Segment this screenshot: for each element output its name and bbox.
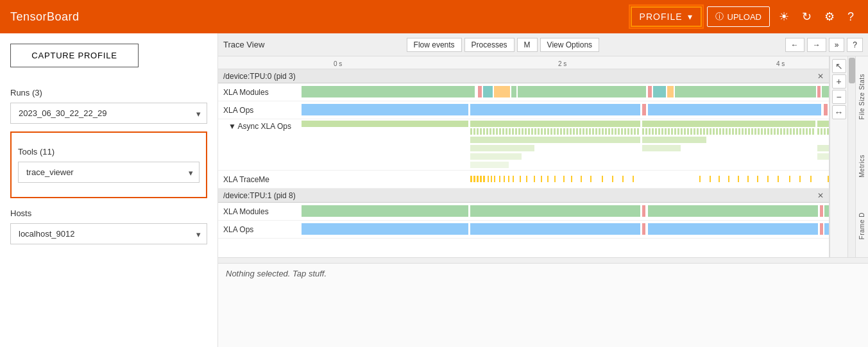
svg-rect-63 <box>602 128 604 135</box>
device2-header-label: /device:TPU:1 (pid 8) <box>223 191 296 200</box>
bottom-bar-content: Nothing selected. Tap stuff. <box>218 264 868 284</box>
vertical-scrollbar[interactable] <box>847 56 855 257</box>
svg-rect-132 <box>827 128 829 135</box>
svg-rect-50 <box>560 128 562 135</box>
svg-rect-110 <box>754 128 756 135</box>
svg-rect-192 <box>590 176 591 182</box>
svg-rect-167 <box>817 145 829 151</box>
svg-rect-37 <box>518 128 520 135</box>
settings-icon-btn[interactable]: ⚙ <box>821 6 838 28</box>
svg-rect-45 <box>544 128 546 135</box>
xla-modules-canvas-2[interactable] <box>302 203 829 220</box>
svg-rect-39 <box>525 128 527 135</box>
svg-rect-119 <box>783 128 785 135</box>
metrics-label[interactable]: Metrics <box>858 155 865 178</box>
svg-rect-195 <box>622 176 624 182</box>
brightness-icon-btn[interactable]: ☀ <box>775 6 793 28</box>
svg-rect-104 <box>735 128 737 135</box>
svg-rect-21 <box>817 121 829 127</box>
svg-rect-2 <box>483 86 493 97</box>
svg-rect-177 <box>491 176 492 182</box>
svg-rect-24 <box>477 128 479 135</box>
svg-rect-90 <box>690 128 692 135</box>
m-button[interactable]: M <box>517 38 538 52</box>
trace-header: Trace View Flow events Processes M View … <box>218 33 868 56</box>
svg-rect-129 <box>817 128 819 135</box>
svg-rect-227 <box>470 223 640 235</box>
ruler-mark-2s: 2 s <box>558 60 566 67</box>
flow-events-button[interactable]: Flow events <box>407 38 462 52</box>
svg-rect-173 <box>477 176 479 182</box>
upload-button[interactable]: ⓘ UPLOAD <box>707 6 770 27</box>
app-logo: TensorBoard <box>10 10 80 24</box>
frame-d-label[interactable]: Frame D <box>858 212 865 239</box>
fit-btn[interactable]: ↔ <box>832 105 846 119</box>
processes-button[interactable]: Processes <box>464 38 515 52</box>
cursor-mode-btn[interactable]: ↖ <box>832 59 846 73</box>
ruler-mark-4s: 4 s <box>776 60 785 67</box>
svg-rect-198 <box>710 176 711 182</box>
svg-rect-176 <box>488 176 489 182</box>
svg-rect-174 <box>480 176 482 182</box>
runs-dropdown-wrapper: 2023_06_30_22_22_29 ▾ <box>10 103 207 124</box>
runs-select[interactable]: 2023_06_30_22_22_29 <box>10 103 207 124</box>
svg-rect-128 <box>812 128 814 135</box>
svg-rect-67 <box>615 128 617 135</box>
hosts-select[interactable]: localhost_9012 <box>10 223 207 244</box>
svg-rect-122 <box>793 128 795 135</box>
svg-rect-100 <box>722 128 724 135</box>
svg-rect-107 <box>745 128 747 135</box>
device1-group-header: /device:TPU:0 (pid 3) ✕ <box>218 69 829 83</box>
svg-rect-178 <box>494 176 495 182</box>
svg-rect-111 <box>758 128 760 135</box>
svg-rect-202 <box>747 176 749 182</box>
svg-rect-54 <box>573 128 575 135</box>
svg-rect-80 <box>658 128 660 135</box>
nav-left-button[interactable]: ← <box>785 38 804 52</box>
file-size-stats-label[interactable]: File Size Stats <box>858 74 865 119</box>
svg-rect-209 <box>828 176 829 182</box>
capture-profile-button[interactable]: CAPTURE PROFILE <box>10 44 139 67</box>
view-options-button[interactable]: View Options <box>540 38 599 52</box>
xla-ops-canvas-1[interactable] <box>302 101 829 119</box>
zoom-in-btn[interactable]: + <box>832 74 846 89</box>
info-icon: ⓘ <box>715 11 724 22</box>
svg-rect-185 <box>534 176 535 182</box>
svg-rect-22 <box>470 128 472 135</box>
nav-help-button[interactable]: ? <box>847 38 863 52</box>
svg-rect-33 <box>506 128 507 135</box>
svg-rect-71 <box>627 128 629 135</box>
svg-rect-231 <box>824 223 829 235</box>
svg-rect-12 <box>302 104 468 115</box>
async-xla-ops-canvas[interactable] <box>302 119 829 170</box>
svg-rect-78 <box>652 128 654 135</box>
device2-group-header: /device:TPU:1 (pid 8) ✕ <box>218 189 829 203</box>
refresh-icon-btn[interactable]: ↻ <box>798 6 815 28</box>
svg-rect-197 <box>699 176 701 182</box>
help-icon-btn[interactable]: ? <box>844 6 858 28</box>
svg-rect-127 <box>809 128 811 135</box>
nav-right-button[interactable]: → <box>807 38 826 52</box>
nav-expand-button[interactable]: » <box>829 38 845 52</box>
device2-close-btn[interactable]: ✕ <box>817 191 824 200</box>
svg-rect-51 <box>563 128 565 135</box>
xla-traceme-canvas[interactable] <box>302 171 829 188</box>
zoom-out-btn[interactable]: − <box>832 90 846 104</box>
xla-modules-canvas-1[interactable] <box>302 83 829 101</box>
runs-label: Runs (3) <box>10 88 207 97</box>
async-xla-ops-row: ▼ Async XLA Ops <box>218 119 829 171</box>
ruler-mark-0s: 0 s <box>334 60 342 67</box>
xla-ops-canvas-2[interactable] <box>302 221 829 238</box>
svg-rect-75 <box>642 128 644 135</box>
trace-view-title: Trace View <box>223 40 404 49</box>
device1-close-btn[interactable]: ✕ <box>817 72 824 81</box>
svg-rect-222 <box>642 205 645 217</box>
timeline-ruler: 0 s 2 s 4 s <box>218 56 829 69</box>
svg-rect-224 <box>820 205 823 217</box>
tools-select[interactable]: trace_viewer <box>18 162 200 183</box>
svg-rect-190 <box>571 176 572 182</box>
svg-rect-187 <box>547 176 549 182</box>
svg-rect-55 <box>576 128 578 135</box>
profile-dropdown[interactable]: PROFILE ▾ <box>631 6 702 27</box>
scroll-thumb[interactable] <box>849 58 855 83</box>
